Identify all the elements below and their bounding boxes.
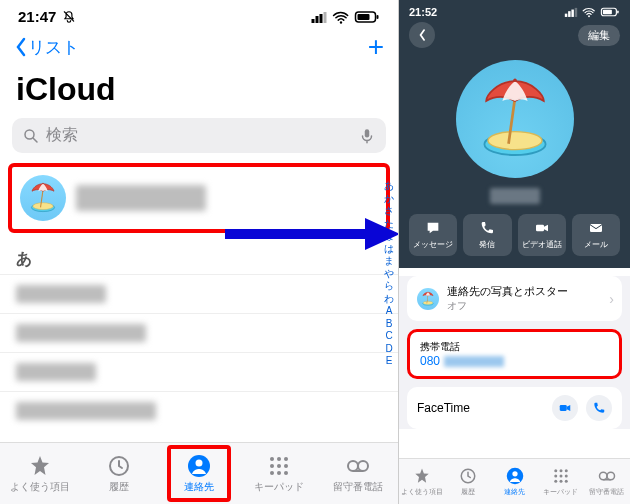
index-char[interactable]: や	[384, 268, 394, 281]
contact-detail-screen: 21:52 編集 メッセージ発信ビデオ通話メール	[398, 0, 630, 504]
signal-icon	[564, 7, 578, 17]
action-message[interactable]: メッセージ	[409, 214, 457, 256]
tab-bar: よく使う項目履歴連絡先キーパッド留守番電話	[399, 458, 630, 504]
section-index: あ	[0, 245, 398, 274]
action-label: ビデオ通話	[522, 239, 562, 250]
mobile-phone-cell[interactable]: 携帯電話 080	[407, 329, 622, 379]
contact-name-redacted	[76, 185, 206, 211]
back-button[interactable]: リスト	[14, 36, 79, 59]
index-char[interactable]: E	[386, 355, 393, 368]
tab-clock[interactable]: 履歴	[445, 459, 491, 504]
action-mail[interactable]: メール	[572, 214, 620, 256]
cell-title: 連絡先の写真とポスター	[447, 284, 568, 299]
contact-row-featured[interactable]	[8, 163, 390, 233]
back-button[interactable]	[409, 22, 435, 48]
tab-label: 留守番電話	[333, 480, 383, 494]
status-bar: 21:47	[0, 0, 398, 27]
list-item[interactable]	[0, 391, 398, 430]
index-char[interactable]: さ	[384, 205, 394, 218]
tab-clock[interactable]: 履歴	[80, 443, 160, 504]
voicemail-icon	[346, 454, 370, 478]
clock: 21:47	[18, 8, 56, 25]
clock: 21:52	[409, 6, 437, 18]
action-label: メッセージ	[413, 239, 453, 250]
index-char[interactable]: D	[385, 343, 392, 356]
index-char[interactable]: た	[384, 218, 394, 231]
action-row: メッセージ発信ビデオ通話メール	[399, 214, 630, 268]
facetime-video-button[interactable]	[552, 395, 578, 421]
index-char[interactable]: わ	[384, 293, 394, 306]
mic-icon[interactable]	[358, 127, 376, 145]
tab-keypad[interactable]: キーパッド	[538, 459, 584, 504]
edit-button[interactable]: 編集	[578, 25, 620, 46]
battery-icon	[354, 9, 380, 25]
facetime-cell[interactable]: FaceTime	[407, 387, 622, 429]
search-field[interactable]: 検索	[12, 118, 386, 153]
tab-label: キーパッド	[254, 480, 304, 494]
action-label: 発信	[479, 239, 495, 250]
voicemail-icon	[598, 467, 616, 485]
facetime-audio-button[interactable]	[586, 395, 612, 421]
keypad-icon	[552, 467, 570, 485]
action-phone[interactable]: 発信	[463, 214, 511, 256]
umbrella-icon	[26, 181, 60, 215]
tab-star[interactable]: よく使う項目	[0, 443, 80, 504]
action-video[interactable]: ビデオ通話	[518, 214, 566, 256]
phone-value: 080	[420, 354, 440, 368]
action-label: メール	[584, 239, 608, 250]
battery-icon	[600, 6, 620, 18]
message-icon	[425, 220, 441, 236]
tab-star[interactable]: よく使う項目	[399, 459, 445, 504]
avatar[interactable]	[456, 60, 574, 178]
person-icon	[506, 467, 524, 485]
tab-label: 連絡先	[184, 480, 214, 494]
tab-voicemail[interactable]: 留守番電話	[584, 459, 630, 504]
index-char[interactable]: ま	[384, 255, 394, 268]
chevron-left-icon	[14, 37, 28, 57]
umbrella-icon	[420, 291, 436, 307]
index-char[interactable]: C	[385, 330, 392, 343]
star-icon	[413, 467, 431, 485]
tab-label: 履歴	[461, 487, 475, 497]
tab-person[interactable]: 連絡先	[159, 443, 239, 504]
back-label: リスト	[28, 36, 79, 59]
phone-redacted	[444, 356, 504, 367]
tab-bar: よく使う項目履歴連絡先キーパッド留守番電話	[0, 442, 398, 504]
index-char[interactable]: か	[384, 193, 394, 206]
tab-label: 連絡先	[504, 487, 525, 497]
list-item[interactable]	[0, 274, 398, 313]
tab-voicemail[interactable]: 留守番電話	[318, 443, 398, 504]
contacts-list-screen: 21:47 リスト + iCloud 検索 あ あかさたなはまやらわABCDE	[0, 0, 398, 504]
index-char[interactable]: ら	[384, 280, 394, 293]
status-bar: 21:52	[399, 0, 630, 18]
svg-point-29	[25, 130, 34, 139]
person-icon	[187, 454, 211, 478]
svg-line-30	[33, 138, 37, 142]
tab-keypad[interactable]: キーパッド	[239, 443, 319, 504]
video-icon	[534, 220, 550, 236]
index-char[interactable]: あ	[384, 180, 394, 193]
add-button[interactable]: +	[368, 33, 384, 61]
chevron-right-icon: ›	[609, 291, 614, 307]
wifi-icon	[332, 9, 350, 25]
clock-icon	[107, 454, 131, 478]
tab-person[interactable]: 連絡先	[491, 459, 537, 504]
index-char[interactable]: な	[384, 230, 394, 243]
list-item[interactable]	[0, 313, 398, 352]
tab-label: よく使う項目	[10, 480, 70, 494]
avatar	[20, 175, 66, 221]
index-char[interactable]: は	[384, 243, 394, 256]
silent-icon	[62, 10, 76, 24]
search-placeholder: 検索	[46, 125, 352, 146]
contact-name-redacted	[490, 188, 540, 204]
list-item[interactable]	[0, 352, 398, 391]
tab-label: キーパッド	[543, 487, 578, 497]
facetime-label: FaceTime	[417, 401, 470, 415]
index-char[interactable]: A	[386, 305, 393, 318]
wifi-icon	[582, 6, 596, 18]
contact-hero	[399, 52, 630, 214]
index-rail[interactable]: あかさたなはまやらわABCDE	[384, 180, 394, 368]
tab-label: 留守番電話	[589, 487, 624, 497]
index-char[interactable]: B	[386, 318, 393, 331]
photo-poster-cell[interactable]: 連絡先の写真とポスター オフ ›	[407, 276, 622, 321]
